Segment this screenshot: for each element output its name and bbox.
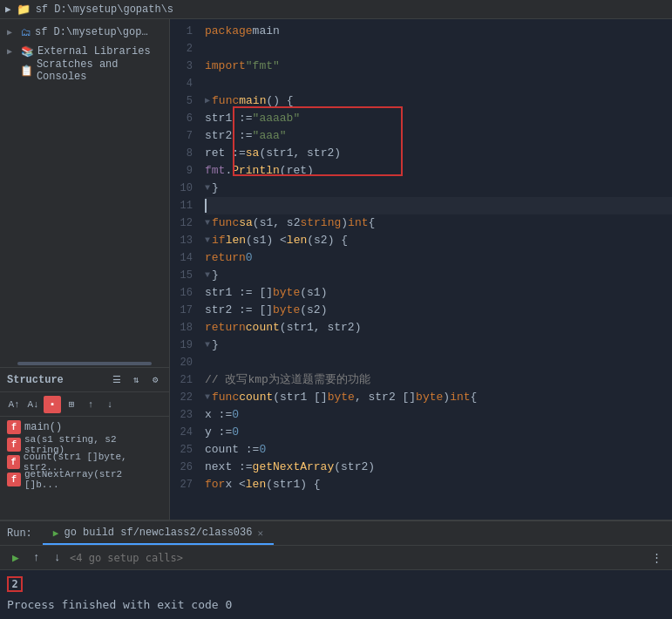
editor-area: 1 2 3 4 5 6 7 8 9 10 11 12 13 14 15 16 1	[170, 19, 672, 520]
code-line-17: str2 := []byte(s2)	[205, 302, 672, 319]
code-line-24: y := 0	[205, 424, 672, 441]
structure-panel: Structure ☰ ⇅ ⚙ A↑ A↓ ▪ ⊞ ↑ ↓ f main()	[0, 367, 169, 520]
tree-arrow-ext: ▶	[7, 46, 17, 57]
struct-icon-expand[interactable]: ⊞	[63, 396, 80, 413]
output-number-badge: 2	[7, 576, 23, 592]
structure-item-sa[interactable]: f sa(s1 string, s2 string)	[0, 436, 169, 453]
code-line-15: ▼ }	[205, 267, 672, 284]
run-output: 2 Process finished with exit code 0	[0, 570, 672, 618]
si-label-getnext: getNextArray(str2 []b...	[24, 469, 162, 490]
run-tab-label: go build sf/newclass2/class036	[64, 527, 252, 539]
app-container: ▶ 📁 sf D:\mysetup\gopath\s ▶ 🗂 sf D:\mys…	[0, 0, 672, 619]
run-options-btn[interactable]: ⋮	[648, 549, 665, 567]
si-label-main: main()	[24, 421, 62, 433]
code-line-25: count := 0	[205, 441, 672, 459]
code-line-20	[205, 354, 672, 371]
struct-icon-az-up[interactable]: A↑	[5, 396, 23, 413]
structure-icons-row: A↑ A↓ ▪ ⊞ ↑ ↓	[0, 392, 169, 417]
code-line-1: package main	[205, 23, 672, 40]
si-badge-sa: f	[7, 438, 21, 452]
code-line-22: ▼ func count(str1 []byte, str2 []byte) i…	[205, 389, 672, 406]
code-line-12: ▼ func sa(s1, s2 string) int {	[205, 214, 672, 232]
sidebar-tree: ▶ 🗂 sf D:\mysetup\gopath\s ▶ 📚 External …	[0, 19, 169, 360]
code-line-9: fmt.Println(ret)	[205, 162, 672, 180]
si-badge-getnext: f	[7, 473, 21, 486]
run-go-icon: ▶	[53, 527, 59, 539]
structure-item-main[interactable]: f main()	[0, 418, 169, 436]
code-line-7: str2 := "aaa"	[205, 127, 672, 145]
code-line-26: next := getNextArray(str2)	[205, 459, 672, 476]
output-number-line: 2	[7, 575, 665, 593]
run-command-input[interactable]	[70, 552, 644, 564]
run-up-btn[interactable]: ↑	[28, 549, 45, 567]
sidebar-item-sf[interactable]: ▶ 🗂 sf D:\mysetup\gopath\s	[0, 23, 169, 42]
run-tabs: Run: ▶ go build sf/newclass2/class036 ✕	[0, 521, 672, 546]
code-line-27: for x < len(str1) {	[205, 476, 672, 493]
top-bar: ▶ 📁 sf D:\mysetup\gopath\s	[0, 0, 672, 19]
sidebar-scrollbar[interactable]	[0, 360, 169, 367]
code-line-14: return 0	[205, 249, 672, 267]
structure-item-getnextarray[interactable]: f getNextArray(str2 []b...	[0, 471, 169, 488]
tree-arrow: ▶	[7, 27, 17, 37]
code-line-5: ▶ func main() {	[205, 92, 672, 110]
scratches-label: Scratches and Consoles	[37, 58, 162, 83]
sf-label: sf D:\mysetup\gopath\s	[35, 26, 148, 38]
run-toolbar: ▶ ↑ ↓ ⋮	[0, 546, 672, 570]
code-line-18: return count(str1, str2)	[205, 319, 672, 337]
top-bar-path: sf D:\mysetup\gopath\s	[36, 3, 173, 16]
code-line-8: ret := sa(str1, str2)	[205, 145, 672, 162]
run-label-prefix: Run:	[0, 522, 43, 545]
code-content: package main import "fmt" ▶ func main() …	[198, 19, 672, 520]
struct-icon-filter[interactable]: ▪	[44, 396, 61, 413]
code-line-23: x := 0	[205, 406, 672, 424]
output-status-text: Process finished with exit code 0	[7, 598, 232, 611]
folder-icon: 📁	[17, 3, 31, 17]
code-line-21: // 改写kmp为这道题需要的功能	[205, 371, 672, 389]
struct-icon-up[interactable]: ↑	[82, 396, 99, 413]
sf-folder-icon: 🗂	[21, 26, 31, 39]
structure-item-count[interactable]: f count(str1 []byte, str2...	[0, 453, 169, 471]
external-libraries-label: External Libraries	[37, 45, 151, 58]
structure-sort-btn[interactable]: ☰	[110, 373, 124, 387]
scratch-icon: 📋	[20, 65, 33, 78]
code-line-4	[205, 75, 672, 92]
folder-arrow: ▶	[5, 3, 11, 15]
struct-icon-down[interactable]: ↓	[101, 396, 119, 413]
code-line-11	[205, 197, 672, 214]
code-line-10: ▼}	[205, 180, 672, 197]
structure-settings-btn[interactable]: ⚙	[148, 373, 162, 387]
run-icon: Run:	[7, 527, 32, 540]
si-badge-main: f	[7, 420, 21, 434]
code-line-3: import "fmt"	[205, 58, 672, 75]
library-icon: 📚	[21, 45, 34, 58]
structure-sort2-btn[interactable]: ⇅	[129, 373, 143, 387]
code-area[interactable]: 1 2 3 4 5 6 7 8 9 10 11 12 13 14 15 16 1	[170, 19, 672, 520]
structure-title: Structure	[7, 374, 105, 386]
struct-icon-az-down[interactable]: A↓	[24, 396, 42, 413]
sidebar: ▶ 🗂 sf D:\mysetup\gopath\s ▶ 📚 External …	[0, 19, 170, 520]
code-line-6: str1 := "aaaab"	[205, 110, 672, 127]
code-line-2	[205, 40, 672, 58]
structure-items-list: f main() f sa(s1 string, s2 string) f co…	[0, 417, 169, 490]
run-play-btn[interactable]: ▶	[7, 549, 24, 567]
si-badge-count: f	[7, 455, 20, 469]
line-numbers: 1 2 3 4 5 6 7 8 9 10 11 12 13 14 15 16 1	[170, 19, 198, 520]
code-line-19: ▼}	[205, 337, 672, 354]
sidebar-scrollbar-thumb	[17, 362, 152, 365]
run-tab-active[interactable]: ▶ go build sf/newclass2/class036 ✕	[43, 522, 274, 545]
main-layout: ▶ 🗂 sf D:\mysetup\gopath\s ▶ 📚 External …	[0, 19, 672, 520]
structure-header: Structure ☰ ⇅ ⚙	[0, 368, 169, 392]
output-status-line: Process finished with exit code 0	[7, 595, 665, 613]
code-line-13: ▼ if len(s1) < len(s2) {	[205, 232, 672, 249]
code-line-16: str1 := []byte(s1)	[205, 284, 672, 302]
run-panel: Run: ▶ go build sf/newclass2/class036 ✕ …	[0, 520, 672, 618]
run-down-btn[interactable]: ↓	[49, 549, 66, 567]
sidebar-item-scratches[interactable]: 📋 Scratches and Consoles	[0, 61, 169, 80]
run-tab-close-btn[interactable]: ✕	[257, 527, 263, 539]
